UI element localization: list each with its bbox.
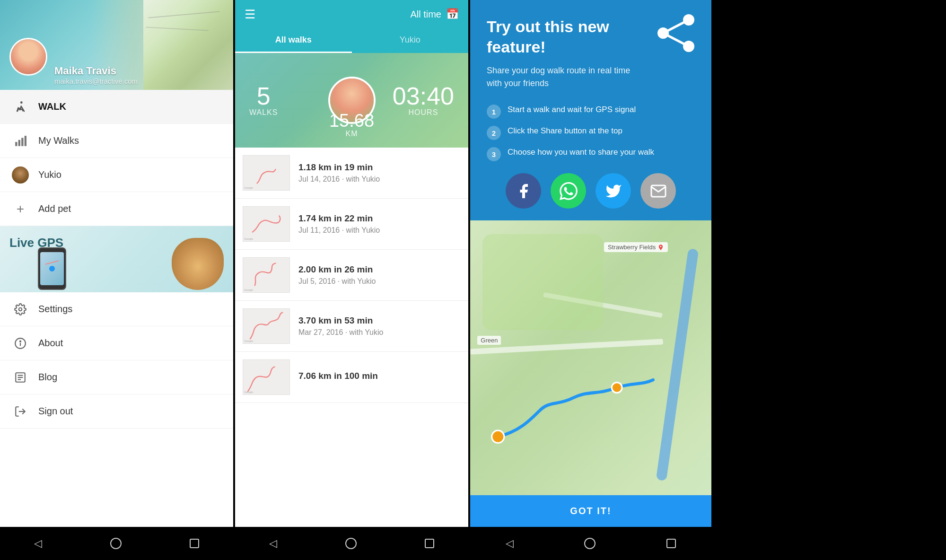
nav-item-blog[interactable]: Blog — [0, 360, 233, 394]
stats-km-value: 15.68 — [329, 112, 374, 130]
header-right: All time 📅 — [410, 8, 459, 20]
nav-item-my-walks[interactable]: My Walks — [0, 124, 233, 158]
user-name: Maika Travis — [54, 65, 138, 77]
nav-item-about[interactable]: About — [0, 326, 233, 360]
svg-point-8 — [19, 307, 22, 311]
dog-silhouette — [172, 238, 224, 290]
walk-title-1: 1.18 km in 19 min — [298, 162, 380, 173]
back-button-3[interactable]: ◁ — [506, 537, 514, 550]
step-text-1: Start a walk and wait for GPS signal — [508, 104, 636, 115]
step-item-3: 3 Choose how you want to share your walk — [487, 147, 695, 161]
gps-screen — [40, 252, 64, 285]
green-area — [482, 234, 603, 330]
gps-phone — [38, 247, 66, 290]
svg-rect-2 — [18, 140, 20, 146]
tab-bar: All walks Yukio — [235, 28, 468, 53]
home-button-3[interactable] — [584, 538, 596, 549]
walk-info: 1.74 km in 22 min Jul 11, 2016 · with Yu… — [298, 213, 380, 235]
header-profile: Maika Travis maika.travis@tractive.com — [0, 0, 233, 90]
svg-line-26 — [663, 33, 689, 46]
svg-text:Google: Google — [244, 237, 253, 240]
all-time-label: All time — [410, 9, 441, 20]
settings-icon — [12, 301, 29, 318]
share-twitter-button[interactable] — [596, 173, 631, 209]
walk-title-2: 1.74 km in 22 min — [298, 213, 380, 224]
recent-button-2[interactable] — [425, 539, 434, 548]
step-num-3: 3 — [487, 147, 501, 161]
nav-item-walk[interactable]: WALK — [0, 90, 233, 124]
stats-km: 15.68 KM — [329, 112, 374, 138]
route-path — [482, 330, 664, 481]
nav-label-sign-out: Sign out — [38, 406, 73, 417]
nav-item-yukio[interactable]: Yukio — [0, 158, 233, 192]
walk-sub-1: Jul 14, 2016 · with Yukio — [298, 175, 380, 184]
walk-item[interactable]: Google 1.74 km in 22 min Jul 11, 2016 · … — [235, 199, 468, 250]
nav-label-walk: WALK — [38, 101, 66, 112]
svg-text:Google: Google — [244, 391, 253, 394]
back-button-1[interactable]: ◁ — [34, 537, 42, 550]
svg-point-0 — [21, 101, 23, 103]
svg-text:Google: Google — [244, 186, 253, 189]
tab-all-walks[interactable]: All walks — [235, 28, 352, 53]
walk-thumbnail: Google — [243, 359, 290, 395]
hamburger-icon[interactable]: ☰ — [245, 7, 255, 22]
got-it-button[interactable]: GOT IT! — [470, 495, 711, 527]
svg-rect-1 — [15, 142, 17, 146]
walk-sub-3: Jul 5, 2016 · with Yukio — [298, 277, 376, 286]
android-bar-2: ◁ — [235, 527, 468, 560]
recent-button-3[interactable] — [666, 539, 676, 548]
my-walks-icon — [12, 132, 29, 149]
android-bar-3: ◁ — [470, 527, 711, 560]
walk-info: 7.06 km in 100 min — [298, 371, 378, 384]
walk-title-4: 3.70 km in 53 min — [298, 315, 383, 326]
nav-item-sign-out[interactable]: Sign out — [0, 394, 233, 429]
svg-text:Google: Google — [244, 289, 253, 291]
walk-title-5: 7.06 km in 100 min — [298, 371, 378, 381]
android-bar-1: ◁ — [0, 527, 233, 560]
walk-item[interactable]: Google 7.06 km in 100 min — [235, 352, 468, 403]
walk-thumbnail: Google — [243, 308, 290, 344]
green-label: Green — [477, 336, 501, 345]
walk-icon — [12, 98, 29, 115]
calendar-icon[interactable]: 📅 — [446, 8, 459, 20]
walk-list: Google 1.18 km in 19 min Jul 14, 2016 · … — [235, 148, 468, 527]
stats-walks-count: 5 — [249, 84, 278, 108]
screen2-walks: ☰ All time 📅 All walks Yukio 5 WALKS 03:… — [235, 0, 468, 560]
step-text-3: Choose how you want to share your walk — [508, 147, 654, 158]
walk-info: 3.70 km in 53 min Mar 27, 2016 · with Yu… — [298, 315, 383, 337]
walk-item[interactable]: Google 2.00 km in 26 min Jul 5, 2016 · w… — [235, 250, 468, 301]
strawberry-fields-label: Strawberry Fields — [604, 242, 668, 252]
screen3-top-section: Try out this new feature! Share your dog… — [470, 0, 711, 220]
step-item-2: 2 Click the Share button at the top — [487, 125, 695, 140]
walk-item[interactable]: Google 1.18 km in 19 min Jul 14, 2016 · … — [235, 148, 468, 199]
gps-dot — [49, 266, 55, 271]
home-button-1[interactable] — [110, 538, 122, 549]
nav-item-add-pet[interactable]: + Add pet — [0, 192, 233, 226]
nav-item-settings[interactable]: Settings — [0, 292, 233, 326]
share-facebook-button[interactable] — [506, 173, 541, 209]
step-num-2: 2 — [487, 126, 501, 140]
stats-hours-label: HOURS — [393, 108, 454, 117]
screen1-drawer: Maika Travis maika.travis@tractive.com W… — [0, 0, 233, 560]
home-button-2[interactable] — [345, 538, 357, 549]
walk-thumbnail: Google — [243, 155, 290, 191]
svg-text:Google: Google — [244, 340, 253, 342]
walk-info: 2.00 km in 26 min Jul 5, 2016 · with Yuk… — [298, 264, 376, 286]
walks-header: ☰ All time 📅 — [235, 0, 468, 28]
share-whatsapp-button[interactable] — [551, 173, 586, 209]
walk-title-3: 2.00 km in 26 min — [298, 264, 376, 275]
stats-walks: 5 WALKS — [249, 84, 278, 117]
walk-item[interactable]: Google 3.70 km in 53 min Mar 27, 2016 · … — [235, 301, 468, 352]
back-button-2[interactable]: ◁ — [269, 537, 277, 550]
nav-label-blog: Blog — [38, 372, 57, 383]
bottom-nav-items: Settings About Blog — [0, 292, 233, 527]
walk-thumbnail: Google — [243, 206, 290, 242]
steps-list: 1 Start a walk and wait for GPS signal 2… — [487, 104, 695, 161]
walk-sub-4: Mar 27, 2016 · with Yukio — [298, 328, 383, 337]
svg-point-27 — [491, 431, 504, 443]
live-gps-banner[interactable]: Live GPS i — [0, 226, 233, 292]
share-email-button[interactable] — [640, 173, 676, 209]
tab-yukio[interactable]: Yukio — [352, 28, 469, 53]
recent-button-1[interactable] — [190, 539, 199, 548]
svg-point-10 — [20, 341, 21, 341]
